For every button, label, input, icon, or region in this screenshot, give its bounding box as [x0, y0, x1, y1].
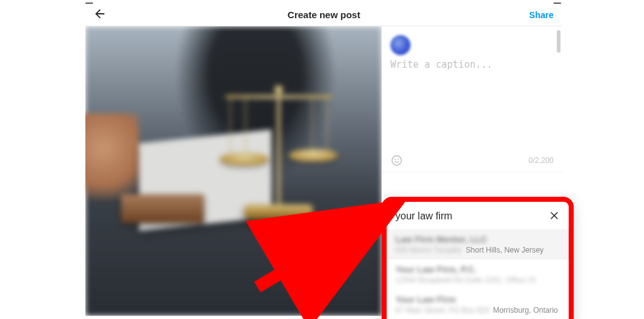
share-button[interactable]: Share — [529, 10, 554, 20]
character-counter: 0/2,200 — [529, 156, 554, 165]
compose-panel: 0/2,200 your law firm Law Firm Mentor, L… — [382, 26, 562, 316]
emoji-icon[interactable] — [390, 154, 403, 167]
caption-input[interactable] — [390, 59, 554, 147]
create-post-dialog: Create new post Share — [85, 4, 562, 316]
svg-point-0 — [392, 156, 402, 165]
image-preview — [85, 26, 382, 316]
svg-point-1 — [395, 159, 396, 160]
close-icon[interactable] — [549, 209, 560, 223]
dialog-title: Create new post — [287, 9, 360, 20]
location-result[interactable]: Your Law Firm 67 Main Street, PO Box 820… — [387, 290, 569, 319]
location-result[interactable]: Law Firm Mentor, LLC 830 Morris Turnpike… — [387, 229, 569, 259]
dialog-body: 0/2,200 your law firm Law Firm Mentor, L… — [85, 26, 562, 316]
location-search-input[interactable]: your law firm — [395, 211, 453, 222]
location-result[interactable]: Your Law Firm, P.C. 12540 Broadwell Rd S… — [387, 259, 569, 290]
divider — [382, 172, 562, 172]
location-search-popover: your law firm Law Firm Mentor, LLC 830 M… — [382, 197, 574, 319]
svg-point-2 — [398, 159, 399, 160]
avatar — [390, 35, 411, 55]
dialog-header: Create new post Share — [85, 4, 562, 26]
location-results-list: Law Firm Mentor, LLC 830 Morris Turnpike… — [387, 229, 569, 319]
back-arrow-icon[interactable] — [93, 7, 107, 23]
